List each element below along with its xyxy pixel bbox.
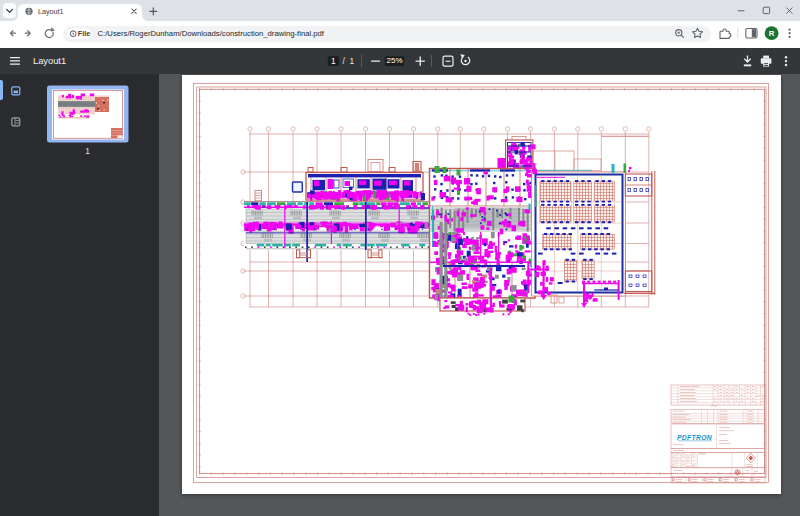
svg-text:1: 1 (331, 56, 336, 66)
svg-text:R: R (769, 29, 775, 38)
svg-text:File: File (78, 29, 90, 38)
svg-text:1: 1 (85, 146, 90, 156)
svg-text:PDFTRON: PDFTRON (677, 434, 713, 441)
svg-text:C:/Users/RogerDunham/Downloads: C:/Users/RogerDunham/Downloads/construct… (98, 29, 325, 38)
svg-text:Layout1: Layout1 (38, 7, 64, 16)
svg-text:Layout1: Layout1 (33, 56, 66, 66)
svg-text:25%: 25% (386, 56, 402, 65)
svg-text:/ 1: / 1 (343, 56, 355, 66)
